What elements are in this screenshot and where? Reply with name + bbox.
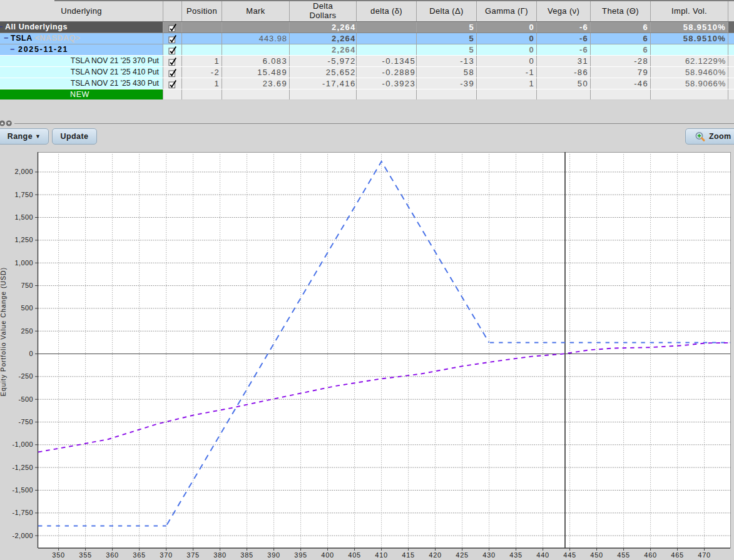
svg-text:-1,750: -1,750	[12, 509, 33, 516]
svg-text:450: 450	[590, 551, 603, 559]
svg-text:460: 460	[644, 551, 656, 559]
svg-text:465: 465	[671, 551, 683, 559]
svg-text:-250: -250	[18, 372, 33, 380]
svg-text:-500: -500	[18, 395, 33, 403]
svg-text:390: 390	[267, 551, 280, 559]
svg-text:-1,250: -1,250	[12, 464, 33, 471]
svg-text:430: 430	[482, 551, 495, 559]
svg-text:470: 470	[698, 551, 710, 559]
svg-text:400: 400	[321, 551, 334, 559]
svg-text:2,000: 2,000	[14, 168, 33, 175]
svg-text:405: 405	[348, 551, 360, 559]
svg-text:-1,500: -1,500	[12, 486, 33, 494]
svg-text:420: 420	[429, 551, 441, 559]
svg-text:1,500: 1,500	[14, 213, 33, 221]
svg-text:Equity Portfolio Value Change: Equity Portfolio Value Change (USD)	[0, 267, 7, 396]
svg-text:410: 410	[375, 551, 387, 559]
svg-text:385: 385	[240, 551, 253, 559]
svg-text:425: 425	[456, 551, 468, 559]
svg-text:-2,000: -2,000	[12, 532, 33, 539]
svg-text:1,750: 1,750	[14, 191, 33, 198]
svg-text:360: 360	[106, 551, 118, 559]
svg-text:355: 355	[79, 551, 91, 559]
svg-text:415: 415	[402, 551, 414, 559]
svg-text:-750: -750	[18, 418, 33, 425]
svg-text:1,000: 1,000	[14, 259, 33, 267]
svg-text:350: 350	[52, 551, 64, 559]
svg-text:395: 395	[294, 551, 307, 559]
svg-text:435: 435	[509, 551, 522, 559]
svg-text:365: 365	[133, 551, 145, 559]
svg-text:500: 500	[21, 304, 33, 312]
svg-text:250: 250	[21, 327, 33, 335]
svg-text:380: 380	[213, 551, 226, 559]
svg-text:0: 0	[29, 350, 33, 357]
svg-text:370: 370	[160, 551, 172, 559]
svg-text:-1,000: -1,000	[12, 440, 33, 448]
svg-text:445: 445	[563, 551, 576, 559]
svg-text:375: 375	[186, 551, 199, 559]
svg-text:1,250: 1,250	[14, 236, 33, 243]
svg-text:750: 750	[21, 282, 33, 289]
svg-text:455: 455	[617, 551, 630, 559]
svg-text:440: 440	[536, 551, 549, 559]
